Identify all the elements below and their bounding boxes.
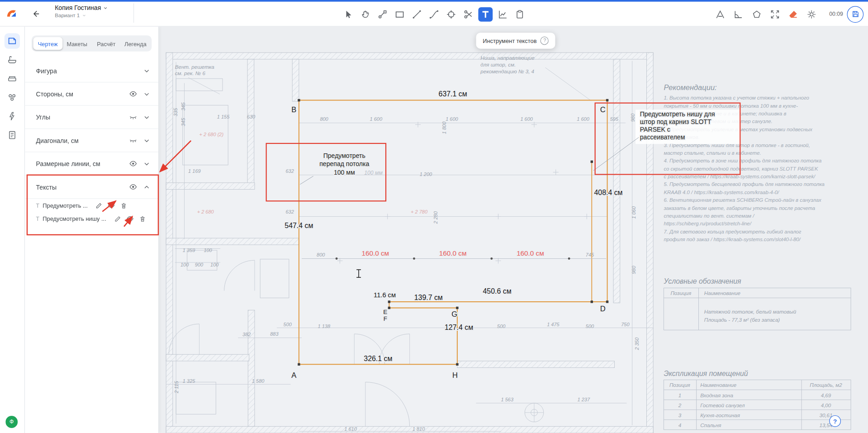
svg-text:Площадь, м2: Площадь, м2 (810, 382, 842, 388)
eye-icon[interactable] (108, 201, 115, 209)
svg-text:637.1 см: 637.1 см (439, 90, 467, 98)
svg-text:+ 2 680: + 2 680 (197, 209, 214, 214)
eye-icon[interactable] (129, 159, 137, 167)
svg-text:6. Вентиляционная решетка SCHi: 6. Вентиляционная решетка SCHiBERG Строй… (664, 197, 822, 203)
eye-icon[interactable] (129, 90, 137, 98)
svg-text:1 200: 1 200 (420, 171, 432, 177)
line-tool[interactable] (410, 7, 424, 21)
rail-item-electrics[interactable] (5, 109, 20, 124)
svg-text:рекомендацию № 3, 4: рекомендацию № 3, 4 (480, 68, 534, 74)
svg-text:см. рек. № 6: см. рек. № 6 (175, 70, 206, 76)
chevron-up-icon[interactable] (143, 183, 151, 190)
svg-text:900: 900 (195, 262, 204, 267)
chevron-down-icon[interactable] (143, 67, 151, 74)
tab-layouts[interactable]: Макеты (62, 37, 92, 50)
svg-text:2 350: 2 350 (634, 337, 640, 350)
shape-tool[interactable] (749, 7, 764, 21)
svg-text:745: 745 (586, 252, 594, 257)
angle-measure-tool[interactable] (713, 7, 727, 21)
svg-text:345: 345 (180, 118, 186, 126)
rail-item-notes[interactable] (5, 127, 20, 143)
text-item-label: Предусмотреть нишу ... (43, 215, 106, 222)
curve-tool[interactable] (427, 7, 441, 21)
session-timer: 00:09 (829, 11, 843, 17)
eye-icon[interactable] (129, 183, 137, 191)
tab-legend[interactable]: Легенда (121, 37, 150, 50)
target-tool[interactable] (444, 7, 459, 21)
rail-item-materials[interactable] (5, 90, 20, 105)
svg-text:Спальня: Спальня (700, 422, 721, 428)
rail-item-drawing[interactable] (5, 33, 20, 48)
svg-text:450.6 см: 450.6 см (483, 287, 511, 295)
trash-icon[interactable] (120, 202, 128, 209)
section-diagonals[interactable]: Диагонали, см (25, 129, 158, 152)
svg-text:547.4 см: 547.4 см (285, 222, 313, 229)
svg-text:Предусмотреть нишу для: Предусмотреть нишу для (640, 110, 715, 118)
text-item[interactable]: Т Предусмотреть нишу ... (25, 212, 158, 225)
svg-text:1 600: 1 600 (520, 116, 533, 122)
corner-angle-tool[interactable] (731, 7, 746, 21)
rectangle-tool[interactable] (393, 7, 407, 21)
svg-text:B: B (291, 105, 296, 114)
help-button[interactable]: ? (829, 415, 841, 427)
chevron-down-icon[interactable] (143, 113, 151, 121)
chevron-down-icon[interactable] (143, 137, 151, 144)
section-texts[interactable]: Тексты (25, 176, 158, 199)
drawing-tools (341, 2, 527, 27)
app-logo-icon[interactable] (5, 7, 19, 20)
eye-closed-icon[interactable] (129, 113, 137, 121)
section-angles[interactable]: Углы (25, 106, 158, 129)
section-label: Углы (36, 114, 129, 121)
edit-icon[interactable] (95, 202, 103, 209)
svg-text:345: 345 (180, 102, 186, 111)
plan-icon (7, 35, 18, 46)
section-dimension-lines[interactable]: Размерные линии, см (25, 152, 158, 176)
section-label: Диагонали, см (36, 137, 129, 144)
rail-item-bathroom[interactable] (5, 52, 20, 67)
document-title-block[interactable]: Копия Гостиная Вариант 1 (55, 5, 108, 19)
cursor-tool[interactable] (341, 7, 356, 21)
section-figure[interactable]: Фигура (25, 59, 158, 82)
section-label: Тексты (36, 184, 129, 190)
svg-text:335: 335 (173, 108, 178, 116)
section-sides[interactable]: Стороны, см (25, 82, 158, 105)
eye-icon[interactable] (126, 215, 134, 223)
tab-calculation[interactable]: Расчёт (92, 37, 121, 50)
text-item[interactable]: Т Предумотреть ... (25, 199, 158, 212)
chevron-down-icon (103, 5, 108, 10)
chevron-down-icon (82, 13, 86, 18)
svg-text:500: 500 (497, 324, 506, 329)
node-tool[interactable] (375, 7, 390, 21)
chevron-down-icon[interactable] (143, 90, 151, 98)
panel-tabs: Чертеж Макеты Расчёт Легенда (32, 35, 152, 51)
eye-closed-icon[interactable] (129, 136, 137, 144)
edit-icon[interactable] (114, 215, 121, 222)
clipboard-tool[interactable] (512, 7, 527, 21)
fit-view-tool[interactable] (768, 7, 782, 21)
svg-text:2: 2 (678, 402, 682, 408)
rail-item-furniture[interactable] (5, 71, 20, 86)
svg-text:Натяжной потолок, белый матовы: Натяжной потолок, белый матовый (704, 309, 797, 314)
save-button[interactable] (847, 6, 863, 23)
help-icon[interactable]: ? (541, 37, 549, 45)
hand-tool[interactable] (358, 7, 373, 21)
svg-text:2 280: 2 280 (433, 211, 438, 224)
chevron-down-icon[interactable] (143, 160, 151, 167)
svg-text:100 мм: 100 мм (364, 170, 383, 176)
trash-icon[interactable] (139, 215, 146, 222)
eraser-tool[interactable] (786, 7, 801, 21)
svg-text:1 155: 1 155 (217, 114, 230, 119)
circles-icon (7, 92, 18, 103)
text-tool[interactable] (478, 7, 493, 21)
svg-text:11.6 см: 11.6 см (374, 291, 396, 299)
feedback-button[interactable]: Ф (5, 416, 18, 428)
settings-gear-icon[interactable] (804, 7, 819, 21)
chart-tool[interactable] (495, 7, 510, 21)
scissors-tool[interactable] (461, 7, 475, 21)
back-button[interactable] (31, 7, 46, 21)
svg-text:специалистами по вент. система: специалистами по вент. системам / (664, 213, 755, 219)
text-type-icon: Т (36, 202, 39, 208)
section-label: Фигура (36, 67, 143, 74)
tab-drawing[interactable]: Чертеж (33, 37, 62, 50)
svg-text:Площадь - 77,3 м² (без запаса): Площадь - 77,3 м² (без запаса) (704, 317, 780, 323)
